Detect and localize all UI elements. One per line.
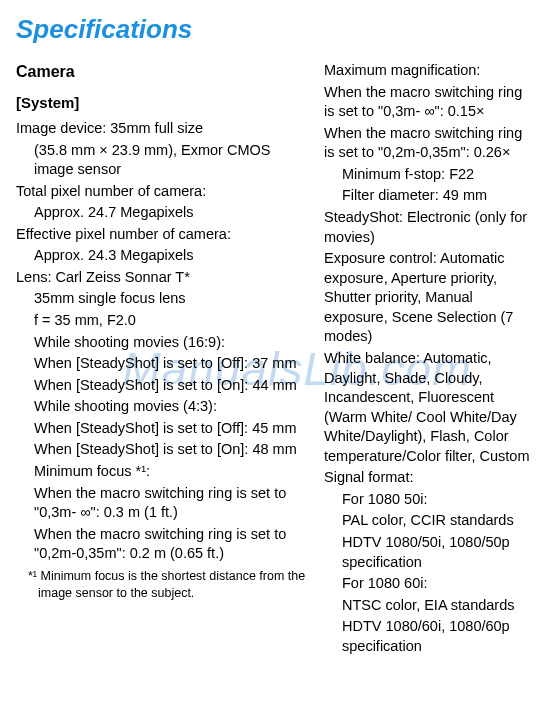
spec-steadyshot: SteadyShot: Electronic (only for movies) [324, 208, 534, 247]
spec-signal-label: Signal format: [324, 468, 534, 488]
spec-lens-label: Lens: Carl Zeiss Sonnar T* [16, 268, 306, 288]
spec-min-focus-2: When the macro switching ring is set to … [16, 525, 306, 564]
spec-ss-on-169: When [SteadyShot] is set to [On]: 44 mm [16, 376, 306, 396]
spec-white-balance: White balance: Automatic, Daylight, Shad… [324, 349, 534, 466]
spec-image-device-detail: (35.8 mm × 23.9 mm), Exmor CMOS image se… [16, 141, 306, 180]
spec-movies-43: While shooting movies (4:3): [16, 397, 306, 417]
spec-effective-pixel-value: Approx. 24.3 Megapixels [16, 246, 306, 266]
page-title: Specifications [16, 12, 534, 47]
spec-max-mag-label: Maximum magnification: [324, 61, 534, 81]
spec-max-mag-2: When the macro switching ring is set to … [324, 124, 534, 163]
spec-signal-60i-a: For 1080 60i: [324, 574, 534, 594]
spec-min-focus-label: Minimum focus *¹: [16, 462, 306, 482]
spec-effective-pixel-label: Effective pixel number of camera: [16, 225, 306, 245]
spec-min-focus-1: When the macro switching ring is set to … [16, 484, 306, 523]
footnote-min-focus: *¹ Minimum focus is the shortest distanc… [16, 568, 306, 602]
spec-ss-on-43: When [SteadyShot] is set to [On]: 48 mm [16, 440, 306, 460]
spec-filter: Filter diameter: 49 mm [324, 186, 534, 206]
spec-signal-50i-c: HDTV 1080/50i, 1080/50p specification [324, 533, 534, 572]
system-heading: [System] [16, 93, 306, 113]
right-column: Maximum magnification: When the macro sw… [324, 61, 534, 658]
spec-movies-169: While shooting movies (16:9): [16, 333, 306, 353]
spec-signal-50i-a: For 1080 50i: [324, 490, 534, 510]
spec-total-pixel-label: Total pixel number of camera: [16, 182, 306, 202]
spec-signal-60i-b: NTSC color, EIA standards [324, 596, 534, 616]
spec-ss-off-169: When [SteadyShot] is set to [Off]: 37 mm [16, 354, 306, 374]
spec-max-mag-1: When the macro switching ring is set to … [324, 83, 534, 122]
spec-total-pixel-value: Approx. 24.7 Megapixels [16, 203, 306, 223]
spec-lens-focus: 35mm single focus lens [16, 289, 306, 309]
spec-signal-60i-c: HDTV 1080/60i, 1080/60p specification [324, 617, 534, 656]
spec-image-device: Image device: 35mm full size [16, 119, 306, 139]
camera-heading: Camera [16, 61, 306, 83]
spec-lens-f: f = 35 mm, F2.0 [16, 311, 306, 331]
spec-exposure: Exposure control: Automatic exposure, Ap… [324, 249, 534, 347]
left-column: Camera [System] Image device: 35mm full … [16, 61, 306, 601]
spec-ss-off-43: When [SteadyShot] is set to [Off]: 45 mm [16, 419, 306, 439]
spec-min-fstop: Minimum f-stop: F22 [324, 165, 534, 185]
content-columns: Camera [System] Image device: 35mm full … [16, 61, 534, 658]
spec-signal-50i-b: PAL color, CCIR standards [324, 511, 534, 531]
